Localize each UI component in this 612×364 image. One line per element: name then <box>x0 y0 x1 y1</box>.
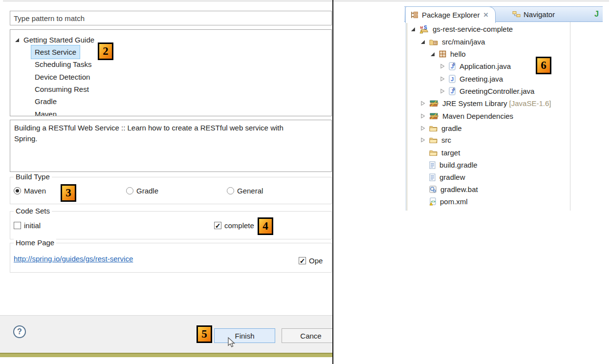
tree-row-pom-xml[interactable]: <> pom.xml <box>420 195 468 208</box>
tree-row-greeting-java[interactable]: J Greeting.java <box>439 73 503 85</box>
maven-project-icon: M S <box>419 25 429 34</box>
package-explorer-icon <box>411 11 418 19</box>
tab-junit-partial[interactable]: J <box>594 6 599 22</box>
expanded-triangle-icon[interactable] <box>430 51 435 57</box>
import-guide-dialog: Getting Started Guide Rest Service Sched… <box>0 0 333 364</box>
tree-row-project[interactable]: M S gs-rest-service-complete <box>410 23 513 35</box>
radio-maven-control[interactable] <box>14 187 21 194</box>
tree-row-label: gradlew <box>439 173 465 181</box>
guide-tree-root[interactable]: Getting Started Guide <box>14 34 94 46</box>
guide-item-selected-label[interactable]: Rest Service <box>31 45 80 59</box>
tree-row-maven-dependencies[interactable]: Maven Dependencies <box>420 110 513 122</box>
tree-row-label: gradle <box>441 124 462 132</box>
expanded-triangle-icon[interactable] <box>14 37 20 43</box>
collapsed-triangle-icon[interactable] <box>439 88 445 94</box>
finish-button[interactable]: Finish <box>214 328 275 343</box>
home-page-group: Home Page http://spring.io/guides/gs/res… <box>10 243 332 273</box>
expanded-triangle-icon[interactable] <box>410 26 415 32</box>
cancel-button[interactable]: Cance <box>282 328 333 343</box>
collapsed-triangle-icon[interactable] <box>439 76 445 82</box>
callout-badge-2: 2 <box>98 43 113 60</box>
tab-package-explorer-label: Package Explorer <box>422 11 480 19</box>
checkbox-complete-control[interactable]: ✓ <box>214 222 221 229</box>
tree-row-src-main-java[interactable]: src/main/java <box>420 36 485 48</box>
callout-badge-6: 6 <box>536 57 551 74</box>
guide-item-gradle[interactable]: Gradle <box>35 95 57 107</box>
mouse-cursor-icon <box>227 337 237 348</box>
collapsed-triangle-icon[interactable] <box>420 101 425 106</box>
svg-text:M: M <box>420 26 423 29</box>
tree-row-gradle-folder[interactable]: gradle <box>420 122 462 134</box>
checkbox-open-label: Ope <box>309 257 323 265</box>
radio-general-control[interactable] <box>227 187 234 194</box>
callout-badge-5: 5 <box>197 325 212 343</box>
tree-row-jre-system-library[interactable]: JRE System Library [JavaSE-1.6] <box>420 97 551 109</box>
view-right-border <box>570 22 570 211</box>
collapsed-triangle-icon[interactable] <box>420 113 425 119</box>
java-class-spring-icon: J S <box>449 62 456 70</box>
tree-row-label: Maven Dependencies <box>442 112 513 120</box>
view-left-border <box>406 22 408 211</box>
tree-row-application-java[interactable]: J S Application.java <box>439 60 511 72</box>
folder-icon <box>429 150 437 156</box>
tab-navigator[interactable]: Navigator <box>512 6 555 22</box>
radio-gradle[interactable]: Gradle <box>126 187 158 195</box>
batch-file-icon <box>429 186 437 193</box>
close-icon[interactable]: ✕ <box>483 11 488 19</box>
text-file-icon <box>429 161 436 169</box>
checkbox-complete[interactable]: ✓ complete <box>214 221 254 230</box>
tree-row-label: Application.java <box>459 62 511 70</box>
svg-text:J: J <box>451 76 454 82</box>
guide-item-rest-service[interactable]: Rest Service <box>35 46 80 58</box>
checkbox-initial-control[interactable] <box>14 222 21 229</box>
tree-row-label: src/main/java <box>442 38 485 46</box>
checkbox-open-control[interactable]: ✓ <box>299 257 306 264</box>
screenshot-stage: Getting Started Guide Rest Service Sched… <box>0 0 612 364</box>
guide-item-label: Scheduling Tasks <box>35 58 91 70</box>
java-class-icon: J <box>449 75 456 83</box>
tree-row-label: gs-rest-service-complete <box>433 25 513 33</box>
svg-text:S: S <box>424 25 427 30</box>
guide-item-consuming-rest[interactable]: Consuming Rest <box>35 83 89 95</box>
checkbox-initial[interactable]: initial <box>14 221 41 230</box>
guide-item-scheduling-tasks[interactable]: Scheduling Tasks <box>35 58 91 70</box>
question-mark-icon: ? <box>17 327 22 336</box>
tree-row-src-folder[interactable]: src <box>420 134 451 146</box>
check-icon: ✓ <box>215 222 221 229</box>
guide-item-device-detection[interactable]: Device Detection <box>35 71 90 83</box>
checkbox-open[interactable]: ✓ Ope <box>299 257 323 265</box>
library-icon <box>429 100 438 107</box>
guide-item-label: Consuming Rest <box>35 83 89 95</box>
radio-general[interactable]: General <box>227 187 263 195</box>
tab-package-explorer[interactable]: Package Explorer ✕ <box>405 6 496 23</box>
tree-row-greetingcontroller-java[interactable]: J S GreetingController.java <box>439 85 534 97</box>
tree-row-gradlew-bat[interactable]: gradlew.bat <box>420 183 478 195</box>
collapsed-triangle-icon[interactable] <box>420 126 425 131</box>
tree-row-label: build.gradle <box>439 161 478 169</box>
code-sets-legend: Code Sets <box>14 207 52 215</box>
help-button[interactable]: ? <box>13 325 26 338</box>
pattern-filter-input[interactable] <box>10 11 332 25</box>
tab-navigator-label: Navigator <box>524 10 555 19</box>
radio-gradle-control[interactable] <box>126 187 133 194</box>
jre-version-suffix: [JavaSE-1.6] <box>509 99 551 107</box>
tree-row-gradlew[interactable]: gradlew <box>420 171 465 183</box>
collapsed-triangle-icon[interactable] <box>439 64 445 69</box>
checkbox-complete-label: complete <box>224 221 254 230</box>
folder-icon <box>429 137 437 143</box>
tree-row-label: pom.xml <box>440 197 468 206</box>
tree-row-target-folder[interactable]: target <box>420 147 460 159</box>
tree-row-label: JRE System Library <box>442 99 507 107</box>
radio-general-label: General <box>237 187 263 195</box>
collapsed-triangle-icon[interactable] <box>420 137 425 143</box>
code-sets-group: Code Sets initial ✓ complete <box>10 211 332 239</box>
tree-row-build-gradle[interactable]: build.gradle <box>420 159 478 171</box>
guide-item-maven[interactable]: Maven <box>35 108 57 116</box>
home-page-link[interactable]: http://spring.io/guides/gs/rest-service <box>14 255 133 263</box>
tree-row-label: src <box>441 136 451 144</box>
tree-row-hello-package[interactable]: hello <box>430 48 466 60</box>
build-type-legend: Build Type <box>14 172 52 181</box>
java-class-spring-icon: J S <box>449 87 456 95</box>
expanded-triangle-icon[interactable] <box>420 39 425 44</box>
radio-maven[interactable]: Maven <box>14 187 46 195</box>
